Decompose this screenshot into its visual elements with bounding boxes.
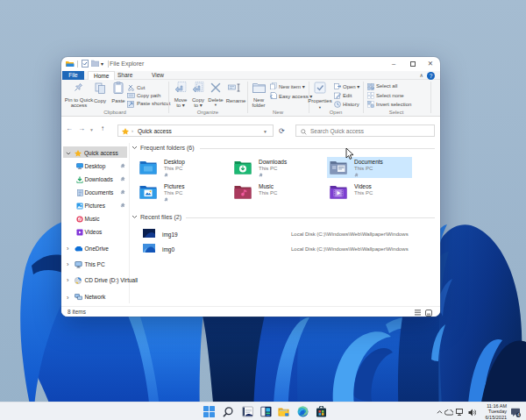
svg-text:?: ? — [430, 73, 433, 79]
svg-text:4: 4 — [517, 412, 520, 417]
